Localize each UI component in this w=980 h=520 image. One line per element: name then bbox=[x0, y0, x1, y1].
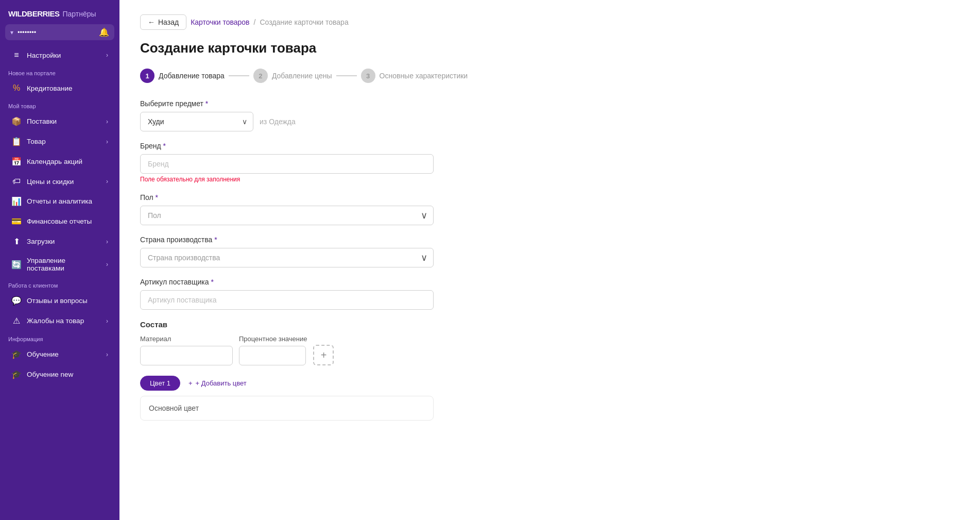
subject-select-wrapper[interactable]: Худи Свитшот Футболка ∨ bbox=[140, 112, 253, 131]
sidebar-item-label: Обучение bbox=[27, 350, 101, 358]
required-mark: * bbox=[211, 278, 213, 286]
sidebar-item-label: Календарь акций bbox=[27, 158, 108, 165]
breadcrumb: ← Назад Карточки товаров / Создание карт… bbox=[140, 14, 959, 30]
sidebar-item-label: Финансовые отчеты bbox=[27, 217, 108, 225]
brand-label: Бренд * bbox=[140, 142, 434, 150]
brand-error-text: Поле обязательно для заполнения bbox=[140, 176, 434, 183]
step-3: 3 Основные характеристики bbox=[361, 69, 468, 83]
goods-icon: 📋 bbox=[11, 137, 22, 146]
main-area: ← Назад Карточки товаров / Создание карт… bbox=[119, 0, 980, 520]
finance-icon: 💳 bbox=[11, 216, 22, 226]
sidebar-item-label: Обучение new bbox=[27, 371, 108, 378]
subject-label: Выберите предмет * bbox=[140, 99, 434, 108]
reports-icon: 📊 bbox=[11, 196, 22, 206]
sidebar-item-reviews[interactable]: 💬 Отзывы и вопросы bbox=[3, 291, 116, 310]
step-1-circle: 1 bbox=[140, 69, 154, 83]
country-label: Страна производства * bbox=[140, 236, 434, 244]
form-group-brand: Бренд * Поле обязательно для заполнения bbox=[140, 142, 434, 183]
arrow-icon: › bbox=[106, 52, 108, 59]
subject-select[interactable]: Худи Свитшот Футболка bbox=[140, 112, 253, 131]
step-2-circle: 2 bbox=[253, 69, 268, 83]
step-1-label: Добавление товара bbox=[159, 72, 225, 80]
section-label-new: Новое на портале bbox=[0, 65, 119, 78]
sidebar-item-credit[interactable]: % Кредитование bbox=[3, 79, 116, 97]
training-icon: 🎓 bbox=[11, 349, 22, 359]
sidebar-item-label: Цены и скидки bbox=[27, 178, 101, 186]
sidebar-item-label: Кредитование bbox=[27, 85, 108, 92]
form-group-subject: Выберите предмет * Худи Свитшот Футболка… bbox=[140, 99, 434, 131]
gender-select-wrapper[interactable]: Пол Мужской Женский Унисекс ∨ bbox=[140, 206, 434, 225]
required-mark: * bbox=[163, 142, 166, 150]
add-composition-button[interactable]: + bbox=[313, 345, 334, 365]
sku-input[interactable] bbox=[140, 290, 434, 310]
form-group-colors: Цвет 1 + + Добавить цвет Основной цвет bbox=[140, 376, 434, 421]
sidebar-item-finance[interactable]: 💳 Финансовые отчеты bbox=[3, 212, 116, 231]
sidebar-item-supplies[interactable]: 📦 Поставки › bbox=[3, 112, 116, 131]
gender-label: Пол * bbox=[140, 193, 434, 202]
sidebar-item-calendar[interactable]: 📅 Календарь акций bbox=[3, 152, 116, 171]
form-group-composition: Состав Материал Процентное значение + bbox=[140, 320, 434, 365]
section-label-client: Работа с клиентом bbox=[0, 277, 119, 291]
sidebar-item-reports[interactable]: 📊 Отчеты и аналитика bbox=[3, 192, 116, 211]
back-button[interactable]: ← Назад bbox=[140, 14, 186, 30]
back-label: Назад bbox=[158, 18, 179, 26]
sku-label: Артикул поставщика * bbox=[140, 278, 434, 286]
add-color-button[interactable]: + + Добавить цвет bbox=[184, 376, 251, 390]
arrow-icon: › bbox=[106, 178, 108, 185]
material-label: Материал bbox=[140, 335, 233, 343]
sidebar-item-prices[interactable]: 🏷 Цены и скидки › bbox=[3, 172, 116, 191]
breadcrumb-separator: / bbox=[254, 18, 256, 26]
credit-icon: % bbox=[11, 83, 22, 93]
bell-icon[interactable]: 🔔 bbox=[99, 27, 109, 37]
step-connector-1 bbox=[229, 75, 249, 76]
subject-row: Худи Свитшот Футболка ∨ из Одежда bbox=[140, 112, 434, 131]
sidebar-logo: WILDBERRIES Партнёры bbox=[0, 0, 119, 24]
percent-input[interactable] bbox=[239, 346, 306, 365]
step-connector-2 bbox=[336, 75, 357, 76]
settings-icon: ≡ bbox=[11, 51, 22, 60]
supplies-icon: 📦 bbox=[11, 116, 22, 126]
section-label-info: Информация bbox=[0, 331, 119, 344]
reviews-icon: 💬 bbox=[11, 296, 22, 306]
steps-indicator: 1 Добавление товара 2 Добавление цены 3 … bbox=[140, 69, 959, 83]
supply-mgmt-icon: 🔄 bbox=[11, 260, 22, 270]
back-arrow-icon: ← bbox=[148, 18, 155, 26]
arrow-icon: › bbox=[106, 351, 108, 358]
sidebar-item-settings[interactable]: ≡ Настройки › bbox=[3, 46, 116, 64]
main-color-label: Основной цвет bbox=[149, 404, 199, 412]
required-mark: * bbox=[214, 236, 217, 244]
sidebar-item-supply-mgmt[interactable]: 🔄 Управление поставками › bbox=[3, 252, 116, 277]
step-2-label: Добавление цены bbox=[272, 72, 332, 80]
step-3-circle: 3 bbox=[361, 69, 375, 83]
breadcrumb-parent-link[interactable]: Карточки товаров bbox=[191, 18, 249, 26]
plus-icon: + bbox=[188, 379, 193, 387]
gender-select[interactable]: Пол Мужской Женский Унисекс bbox=[140, 206, 434, 225]
logo-partners: Партнёры bbox=[63, 10, 96, 18]
sidebar-item-training[interactable]: 🎓 Обучение › bbox=[3, 345, 116, 364]
sidebar-item-training-new[interactable]: 🎓 Обучение new bbox=[3, 365, 116, 384]
form-section: Выберите предмет * Худи Свитшот Футболка… bbox=[140, 99, 434, 421]
color-tabs: Цвет 1 + + Добавить цвет bbox=[140, 376, 434, 391]
breadcrumb-current: Создание карточки товара bbox=[260, 18, 348, 26]
sidebar-item-label: Настройки bbox=[27, 52, 101, 59]
sidebar-item-goods[interactable]: 📋 Товар › bbox=[3, 132, 116, 151]
composition-row: Материал Процентное значение + bbox=[140, 335, 434, 365]
country-select[interactable]: Страна производства Россия Китай Беларус… bbox=[140, 248, 434, 267]
prices-icon: 🏷 bbox=[11, 177, 22, 186]
color-tab-1[interactable]: Цвет 1 bbox=[140, 376, 180, 391]
sidebar: WILDBERRIES Партнёры ▾ •••••••• 🔔 ≡ Наст… bbox=[0, 0, 119, 520]
percent-col: Процентное значение bbox=[239, 335, 307, 365]
sidebar-item-complaints[interactable]: ⚠ Жалобы на товар › bbox=[3, 311, 116, 330]
training-new-icon: 🎓 bbox=[11, 370, 22, 379]
add-color-label: + Добавить цвет bbox=[196, 379, 247, 387]
material-col: Материал bbox=[140, 335, 233, 365]
material-input[interactable] bbox=[140, 346, 233, 365]
percent-label: Процентное значение bbox=[239, 335, 307, 343]
logo-wildberries: WILDBERRIES bbox=[8, 9, 60, 18]
country-select-wrapper[interactable]: Страна производства Россия Китай Беларус… bbox=[140, 248, 434, 267]
brand-input[interactable] bbox=[140, 154, 434, 174]
sidebar-item-label: Жалобы на товар bbox=[27, 317, 101, 325]
arrow-icon: › bbox=[106, 261, 108, 268]
sidebar-account[interactable]: ▾ •••••••• 🔔 bbox=[5, 24, 114, 40]
sidebar-item-uploads[interactable]: ⬆ Загрузки › bbox=[3, 232, 116, 251]
